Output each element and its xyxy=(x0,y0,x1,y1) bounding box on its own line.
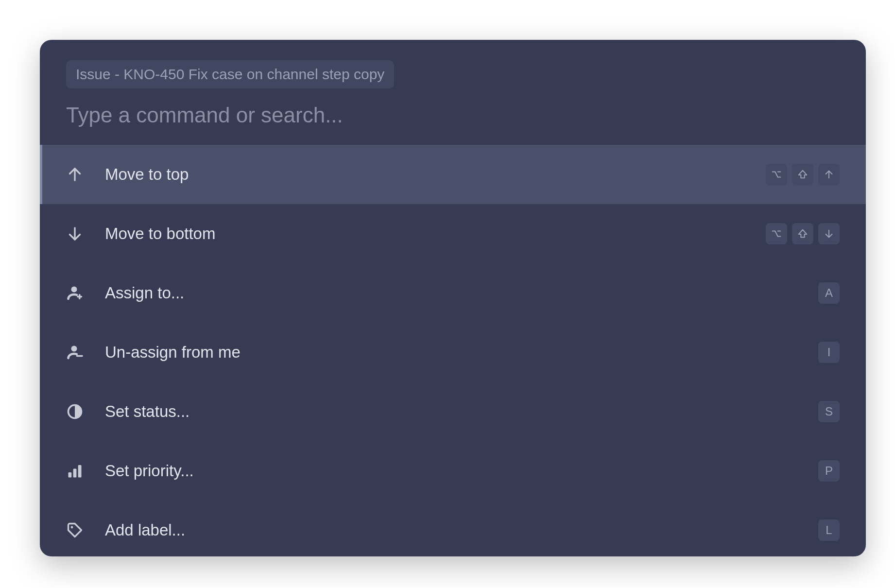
command-label: Un-assign from me xyxy=(105,343,818,362)
unassign-icon xyxy=(66,344,84,361)
command-label: Move to bottom xyxy=(105,225,766,243)
command-search-input[interactable] xyxy=(66,103,840,127)
key-arrow-up-icon xyxy=(818,164,840,185)
shortcut-group: A xyxy=(818,282,840,304)
command-label: Set priority... xyxy=(105,462,818,480)
key-shift-icon xyxy=(792,223,813,244)
assign-icon xyxy=(66,284,84,302)
svg-rect-11 xyxy=(73,469,77,478)
shortcut-group: I xyxy=(818,342,840,363)
palette-header: Issue - KNO-450 Fix case on channel step… xyxy=(40,40,866,88)
command-assign-to[interactable]: Assign to... A xyxy=(40,263,866,323)
key-option-icon xyxy=(766,164,787,185)
key-letter: A xyxy=(818,282,840,304)
command-set-status[interactable]: Set status... S xyxy=(40,382,866,441)
search-wrap xyxy=(40,88,866,145)
command-list: Move to top xyxy=(40,145,866,556)
command-label: Move to top xyxy=(105,165,766,184)
shortcut-group xyxy=(766,223,840,244)
command-set-priority[interactable]: Set priority... P xyxy=(40,441,866,501)
status-icon xyxy=(66,403,84,420)
arrow-down-icon xyxy=(66,225,84,242)
arrow-up-icon xyxy=(66,166,84,183)
key-letter: S xyxy=(818,401,840,422)
command-label: Set status... xyxy=(105,402,818,421)
key-shift-icon xyxy=(792,164,813,185)
context-badge: Issue - KNO-450 Fix case on channel step… xyxy=(66,60,394,88)
key-letter: P xyxy=(818,460,840,482)
shortcut-group: P xyxy=(818,460,840,482)
svg-point-7 xyxy=(71,346,77,352)
label-icon xyxy=(66,521,84,539)
svg-point-13 xyxy=(71,526,73,529)
key-letter: L xyxy=(818,519,840,541)
key-arrow-down-icon xyxy=(818,223,840,244)
command-label: Assign to... xyxy=(105,284,818,302)
command-palette: Issue - KNO-450 Fix case on channel step… xyxy=(40,40,866,556)
command-move-to-bottom[interactable]: Move to bottom xyxy=(40,204,866,263)
command-unassign-from-me[interactable]: Un-assign from me I xyxy=(40,323,866,382)
command-label: Add label... xyxy=(105,521,818,539)
key-option-icon xyxy=(766,223,787,244)
priority-icon xyxy=(66,462,84,480)
shortcut-group: S xyxy=(818,401,840,422)
command-move-to-top[interactable]: Move to top xyxy=(40,145,866,204)
command-add-label[interactable]: Add label... L xyxy=(40,501,866,556)
key-letter: I xyxy=(818,342,840,363)
svg-rect-12 xyxy=(78,465,82,478)
shortcut-group: L xyxy=(818,519,840,541)
shortcut-group xyxy=(766,164,840,185)
svg-rect-10 xyxy=(69,472,72,478)
svg-point-6 xyxy=(71,287,77,293)
